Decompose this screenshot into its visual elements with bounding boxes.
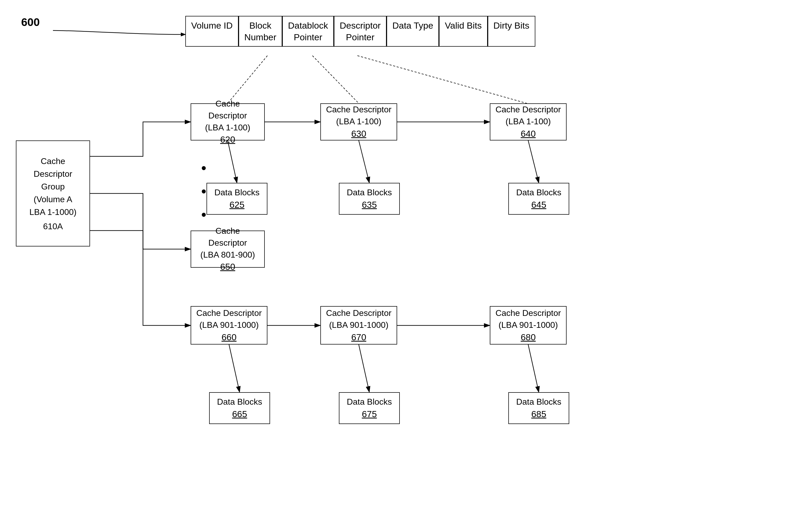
db-635: Data Blocks 635 xyxy=(339,183,400,215)
header-cell-descriptor-pointer: DescriptorPointer xyxy=(334,16,386,47)
svg-line-3 xyxy=(312,56,359,103)
db-675: Data Blocks 675 xyxy=(339,392,400,424)
header-cell-valid-bits: Valid Bits xyxy=(439,16,487,47)
svg-line-2 xyxy=(228,56,267,103)
header-table: Volume ID BlockNumber DatablockPointer D… xyxy=(185,16,535,47)
db-685: Data Blocks 685 xyxy=(508,392,569,424)
cdg-text: Cache DescriptorGroup(Volume ALBA 1-1000… xyxy=(22,155,84,218)
cdg-ref: 610A xyxy=(43,220,63,233)
figure-ref-number: 600 xyxy=(21,16,40,29)
cdg-box: Cache DescriptorGroup(Volume ALBA 1-1000… xyxy=(16,140,90,246)
svg-line-13 xyxy=(359,345,369,392)
header-cell-dirty-bits: Dirty Bits xyxy=(488,16,535,47)
header-cell-block-number: BlockNumber xyxy=(238,16,282,47)
svg-line-9 xyxy=(528,140,539,183)
svg-line-14 xyxy=(528,345,539,392)
db-665: Data Blocks 665 xyxy=(209,392,270,424)
db-645: Data Blocks 645 xyxy=(508,183,569,215)
svg-line-7 xyxy=(228,140,237,183)
diagram-arrows xyxy=(0,0,812,512)
header-cell-datablock-pointer: DatablockPointer xyxy=(282,16,334,47)
svg-line-8 xyxy=(359,140,369,183)
cd-650: Cache Descriptor(LBA 801-900) 650 xyxy=(191,231,265,268)
diagram-container: 600 Volume ID BlockNumber DatablockPoint… xyxy=(0,0,812,512)
cd-630: Cache Descriptor(LBA 1-100) 630 xyxy=(320,103,397,140)
cd-640: Cache Descriptor(LBA 1-100) 640 xyxy=(490,103,567,140)
ellipsis-dots: ••• xyxy=(201,156,207,226)
cd-620: Cache Descriptor(LBA 1-100) 620 xyxy=(191,103,265,140)
svg-line-12 xyxy=(229,345,240,392)
svg-line-4 xyxy=(357,56,527,103)
cd-680: Cache Descriptor(LBA 901-1000) 680 xyxy=(490,306,567,345)
header-cell-volume-id: Volume ID xyxy=(185,16,238,47)
db-625: Data Blocks 625 xyxy=(206,183,267,215)
header-cell-data-type: Data Type xyxy=(386,16,439,47)
cd-660: Cache Descriptor(LBA 901-1000) 660 xyxy=(191,306,267,345)
cd-670: Cache Descriptor(LBA 901-1000) 670 xyxy=(320,306,397,345)
